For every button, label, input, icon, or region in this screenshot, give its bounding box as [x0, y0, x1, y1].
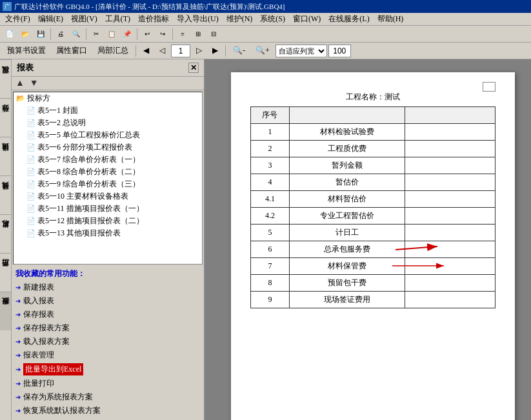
report-close-btn[interactable]: ✕: [188, 63, 199, 73]
menu-system[interactable]: 系统(S): [256, 13, 289, 25]
table-row: 3暂列金额: [251, 157, 496, 174]
cell-name-4: 材料暂估价: [289, 191, 405, 208]
cell-extra-10: [405, 292, 496, 308]
arrow-icon-8: ➔: [15, 394, 21, 401]
new-btn[interactable]: 📄: [3, 27, 17, 41]
tab-other-items[interactable]: 其他项目: [0, 175, 11, 214]
zoom-value[interactable]: 100: [328, 45, 351, 57]
cell-seq-1: 2: [251, 141, 290, 157]
save-btn[interactable]: 💾: [34, 27, 48, 41]
quick-item-new[interactable]: ➔ 新建报表: [15, 281, 200, 294]
tree-item-7[interactable]: 📄 表5一10 主要材料设备格表: [14, 190, 202, 203]
cell-extra-0: [405, 124, 496, 141]
tab-cost-summary[interactable]: 费用汇总: [0, 253, 11, 292]
print-preview-btn[interactable]: 🔍: [69, 27, 83, 41]
next-btn[interactable]: ▷: [192, 44, 206, 58]
menu-file[interactable]: 文件(F): [1, 13, 34, 25]
tab-sections[interactable]: 分部分项: [0, 98, 11, 137]
paste-btn[interactable]: 📌: [120, 27, 134, 41]
menu-maintain[interactable]: 维护(N): [223, 13, 257, 25]
arrow-icon-9: ➔: [15, 407, 21, 414]
quick-item-export-excel[interactable]: ➔ 批量导出到Excel: [15, 362, 200, 377]
menu-online[interactable]: 在线服务(L): [325, 13, 373, 25]
header-extra: [405, 107, 496, 124]
copy-btn[interactable]: 📋: [105, 27, 119, 41]
tree-root[interactable]: 📂 投标方: [14, 92, 202, 105]
tb-extra2[interactable]: ⊞: [191, 27, 205, 41]
preset-settings-btn[interactable]: 预算书设置: [3, 44, 50, 58]
tree-item-9[interactable]: 📄 表5一12 措施项目报价表（二）: [14, 215, 202, 227]
attr-window-btn[interactable]: 属性窗口: [52, 44, 92, 58]
cut-btn[interactable]: ✂: [89, 27, 103, 41]
quick-item-save[interactable]: ➔ 保存报表: [15, 308, 200, 321]
quick-item-load-plan[interactable]: ➔ 载入报表方案: [15, 335, 200, 348]
tb-extra3[interactable]: ⊟: [206, 27, 221, 41]
menu-edit[interactable]: 编辑(E): [34, 13, 67, 25]
cell-seq-3: 4: [251, 174, 290, 191]
tab-labor-material[interactable]: 人材机汇总: [0, 214, 11, 253]
menu-window[interactable]: 窗口(W): [289, 13, 325, 25]
tree-item-2[interactable]: 📄 表5一5 单位工程投标价汇总表: [14, 129, 202, 141]
cell-extra-7: [405, 241, 496, 258]
table-row: 8预留包干费: [251, 275, 496, 292]
next-page-btn[interactable]: ▶: [208, 44, 223, 58]
prev-btn[interactable]: ◁: [155, 44, 170, 58]
local-summary-btn[interactable]: 局部汇总: [93, 44, 133, 58]
tree-item-3[interactable]: 📄 表5一6 分部分项工程报价表: [14, 141, 202, 154]
menu-import-export[interactable]: 导入导出(U): [173, 13, 223, 25]
table-row: 5计日工: [251, 225, 496, 241]
tree-item-1[interactable]: 📄 表5一2 总说明: [14, 117, 202, 129]
tb-extra1[interactable]: ≡: [175, 27, 190, 41]
menu-price-index[interactable]: 造价指标: [134, 13, 173, 25]
page-corner-mark: [483, 82, 496, 92]
quick-item-save-plan[interactable]: ➔ 保存报表方案: [15, 321, 200, 335]
cell-name-5: 专业工程暂估价: [289, 208, 405, 225]
tab-measures[interactable]: 措施项目: [0, 137, 11, 175]
quick-item-restore-default[interactable]: ➔ 恢复系统默认报表方案: [15, 404, 200, 417]
arrow-icon-4: ➔: [15, 338, 21, 345]
undo-btn[interactable]: ↩: [140, 27, 154, 41]
report-header: 报表 ✕: [12, 59, 204, 77]
cell-extra-3: [405, 174, 496, 191]
zoom-in-btn[interactable]: 🔍+: [251, 44, 274, 58]
tree-item-4[interactable]: 📄 表5一7 综合单价分析表（一）: [14, 154, 202, 166]
tree-down-btn[interactable]: ▼: [28, 78, 40, 88]
tree-item-0[interactable]: 📄 表5一1 封面: [14, 105, 202, 117]
cell-name-0: 材料检验试验费: [289, 124, 405, 141]
tree-item-6[interactable]: 📄 表5一9 综合单价分析表（三）: [14, 178, 202, 190]
toolbar2: 预算书设置 属性窗口 局部汇总 ◀ ◁ 1 ▷ ▶ 🔍- 🔍+ 自适应列宽 10…: [0, 43, 531, 59]
menu-tools[interactable]: 工具(T): [101, 13, 134, 25]
doc-page: 工程名称：测试 序号 1材料检验试验费2工程质优费3暂列金额4暂估价4.1材料暂…: [231, 72, 515, 420]
tree-item-10[interactable]: 📄 表5一13 其他项目报价表: [14, 227, 202, 239]
tree-item-8[interactable]: 📄 表5一11 措施项目报价表（一）: [14, 203, 202, 215]
table-row: 1材料检验试验费: [251, 124, 496, 141]
print-btn[interactable]: 🖨: [54, 27, 68, 41]
tab-project-overview[interactable]: 工程概况: [0, 59, 11, 98]
quick-item-load[interactable]: ➔ 载入报表: [15, 294, 200, 308]
prev-page-btn[interactable]: ◀: [139, 44, 154, 58]
menu-help[interactable]: 帮助(H): [374, 13, 408, 25]
cell-name-7: 总承包服务费: [289, 241, 405, 258]
menu-view[interactable]: 视图(V): [67, 13, 101, 25]
quick-item-batch-print[interactable]: ➔ 批量打印: [15, 377, 200, 390]
zoom-select[interactable]: 自适应列宽: [276, 45, 327, 57]
zoom-out-btn[interactable]: 🔍-: [228, 44, 250, 58]
arrow-icon-1: ➔: [15, 297, 21, 305]
tree-item-label-3: 表5一6 分部分项工程报价表: [37, 142, 132, 153]
quick-item-manage[interactable]: ➔ 报表管理: [15, 348, 200, 362]
open-btn[interactable]: 📂: [18, 27, 32, 41]
tree-item-label-1: 表5一2 总说明: [37, 117, 86, 128]
cell-seq-8: 7: [251, 258, 290, 275]
redo-btn[interactable]: ↪: [155, 27, 170, 41]
quick-item-save-sys-plan[interactable]: ➔ 保存为系统报表方案: [15, 390, 200, 404]
title-bar: 广 广联达计价软件 GBQ4.0 - [清单计价 - 测试 - D:\预结算及抽…: [0, 0, 531, 13]
tree-item-5[interactable]: 📄 表5一8 综合单价分析表（二）: [14, 166, 202, 178]
data-table: 序号 1材料检验试验费2工程质优费3暂列金额4暂估价4.1材料暂估价4.2专业工…: [250, 106, 496, 308]
doc-icon-3: 📄: [26, 143, 35, 152]
cell-seq-4: 4.1: [251, 191, 290, 208]
page-input[interactable]: 1: [171, 45, 190, 57]
tree-up-btn[interactable]: ▲: [14, 78, 26, 88]
tab-report[interactable]: 报表: [0, 292, 11, 330]
report-tree[interactable]: 📂 投标方 📄 表5一1 封面 📄 表5一2 总说明 📄 表5一5 单位工程投标…: [13, 92, 203, 265]
tree-item-label-0: 表5一1 封面: [37, 105, 78, 116]
